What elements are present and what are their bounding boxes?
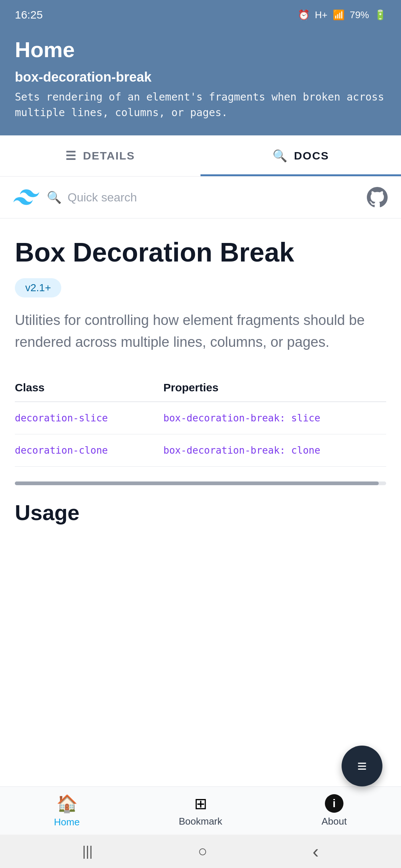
- nav-home[interactable]: 🏠 Home: [0, 793, 134, 828]
- nav-about-label: About: [322, 816, 347, 827]
- about-icon: i: [325, 794, 343, 813]
- table-cell-class-1: decoration-slice: [15, 402, 163, 434]
- tailwind-logo: [13, 189, 39, 206]
- status-bar: 16:25 ⏰ H+ 📶 79% 🔋: [0, 0, 401, 30]
- android-nav-bar: ||| ○ ‹: [0, 835, 401, 868]
- bottom-nav: 🏠 Home ⊞ Bookmark i About: [0, 786, 401, 835]
- search-icon: 🔍: [47, 190, 62, 204]
- bookmark-icon: ⊞: [194, 795, 207, 813]
- reference-table: Class Properties decoration-slice box-de…: [15, 375, 386, 467]
- table-cell-property-1: box-decoration-break: slice: [163, 402, 386, 434]
- tab-details[interactable]: ☰ DETAILS: [0, 135, 200, 176]
- status-right: ⏰ H+ 📶 79% 🔋: [298, 9, 386, 21]
- nav-bookmark-label: Bookmark: [179, 816, 222, 827]
- search-bar: 🔍 Quick search: [0, 177, 401, 218]
- nav-about[interactable]: i About: [267, 794, 401, 827]
- signal-icon: 📶: [333, 9, 345, 21]
- search-input-wrapper[interactable]: 🔍 Quick search: [47, 190, 359, 204]
- header-title: Home: [15, 37, 386, 62]
- scroll-thumb: [15, 481, 379, 485]
- table-row: decoration-slice box-decoration-break: s…: [15, 402, 386, 434]
- header-property: box-decoration-break: [15, 69, 386, 85]
- home-icon: 🏠: [56, 793, 78, 813]
- table-cell-class-2: decoration-clone: [15, 434, 163, 466]
- battery-icon: 🔋: [374, 9, 386, 21]
- fab-button[interactable]: ≡: [342, 746, 382, 786]
- github-icon[interactable]: [367, 187, 388, 208]
- alarm-icon: ⏰: [298, 9, 310, 21]
- tab-docs[interactable]: 🔍 DOCS: [200, 135, 401, 176]
- table-cell-property-2: box-decoration-break: clone: [163, 434, 386, 466]
- table-row: decoration-clone box-decoration-break: c…: [15, 434, 386, 466]
- status-time: 16:25: [15, 9, 43, 21]
- fab-menu-icon: ≡: [357, 758, 367, 774]
- network-icon: H+: [315, 9, 327, 21]
- android-home-btn[interactable]: ○: [198, 842, 207, 860]
- page-description: Utilities for controlling how element fr…: [15, 309, 386, 353]
- search-placeholder: Quick search: [68, 191, 137, 204]
- nav-bookmark[interactable]: ⊞ Bookmark: [134, 795, 267, 827]
- tab-details-label: DETAILS: [83, 149, 135, 162]
- android-back-btn[interactable]: ‹: [313, 841, 319, 862]
- docs-tab-icon: 🔍: [273, 149, 288, 163]
- tab-bar: ☰ DETAILS 🔍 DOCS: [0, 135, 401, 177]
- scroll-indicator: [15, 481, 386, 485]
- header-description: Sets rendering of an element's fragments…: [15, 89, 386, 121]
- header: Home box-decoration-break Sets rendering…: [0, 30, 401, 135]
- usage-title: Usage: [15, 500, 386, 525]
- table-header-properties: Properties: [163, 375, 386, 402]
- tab-docs-label: DOCS: [294, 149, 329, 162]
- battery-text: 79%: [350, 9, 369, 21]
- page-title: Box Decoration Break: [15, 237, 386, 268]
- android-recents-btn[interactable]: |||: [82, 844, 93, 859]
- version-badge: v2.1+: [15, 278, 61, 297]
- nav-home-label: Home: [54, 816, 79, 828]
- details-tab-icon: ☰: [65, 149, 77, 163]
- table-header-class: Class: [15, 375, 163, 402]
- main-content: Box Decoration Break v2.1+ Utilities for…: [0, 218, 401, 551]
